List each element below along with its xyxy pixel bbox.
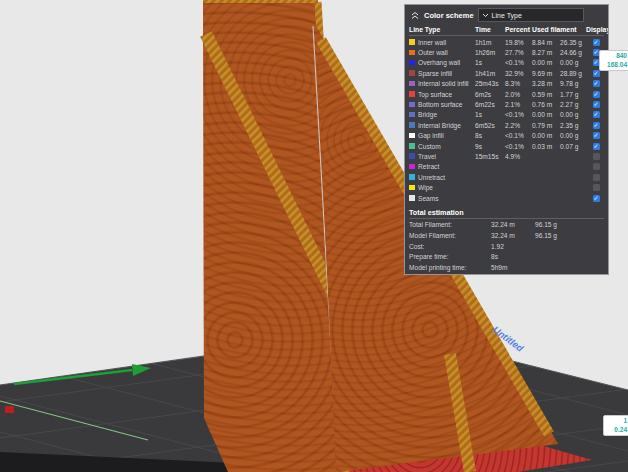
total-estimation-row: Total time: 5h9m xyxy=(409,273,604,275)
line-type-row[interactable]: Seams ✓ xyxy=(409,193,604,203)
origin-marker xyxy=(5,406,14,413)
display-checkbox[interactable]: ✓ xyxy=(593,111,600,118)
display-checkbox[interactable]: ✓ xyxy=(593,132,600,139)
line-type-row[interactable]: Wipe ✓ xyxy=(409,182,604,192)
line-type-row[interactable]: Retract ✓ xyxy=(409,162,604,172)
line-type-used-g: 0.00 g xyxy=(560,132,586,139)
table-header: Line Type Time Percent Used filament Dis… xyxy=(409,23,604,36)
display-checkbox[interactable]: ✓ xyxy=(593,174,600,181)
line-type-label: Internal Bridge xyxy=(418,122,475,129)
display-checkbox[interactable]: ✓ xyxy=(593,184,600,191)
total-estimation-row: Model printing time: 5h9m xyxy=(409,263,604,273)
display-checkbox[interactable]: ✓ xyxy=(593,143,600,150)
line-type-swatch xyxy=(409,122,415,128)
color-scheme-panel: Color scheme Line Type Line Type Time Pe… xyxy=(404,4,609,275)
panel-header: Color scheme Line Type xyxy=(409,7,604,23)
line-type-used-m: 8.27 m xyxy=(532,49,560,56)
total-value-1: 8s xyxy=(491,253,535,260)
line-type-label: Gap infill xyxy=(418,132,475,139)
top-layer-number: 840 xyxy=(603,52,627,61)
line-type-time: 6m22s xyxy=(475,101,505,108)
line-type-row[interactable]: Inner wall 1h1m 19.8% 8.84 m 26.35 g ✓ xyxy=(409,37,604,47)
total-value-1: 32.24 m xyxy=(491,232,535,239)
slicer-preview-window: Untitled Color scheme Line Type Line Typ… xyxy=(0,0,628,472)
line-type-used-m: 9.69 m xyxy=(532,70,560,77)
line-type-time: 6m2s xyxy=(475,91,505,98)
display-checkbox[interactable]: ✓ xyxy=(593,163,600,170)
model-wall-top-edge xyxy=(203,0,318,3)
display-checkbox[interactable]: ✓ xyxy=(593,91,600,98)
line-type-percent: <0.1% xyxy=(505,111,532,118)
line-type-swatch xyxy=(409,39,415,45)
line-type-row[interactable]: Custom 9s <0.1% 0.03 m 0.07 g ✓ xyxy=(409,141,604,151)
line-type-label: Bridge xyxy=(418,111,475,118)
line-type-time: 9s xyxy=(475,143,505,150)
total-label: Prepare time: xyxy=(409,253,491,260)
line-type-label: Unretract xyxy=(418,174,475,181)
line-type-label: Sparse infill xyxy=(418,70,475,77)
line-type-swatch xyxy=(409,91,415,97)
line-type-swatch xyxy=(409,112,415,118)
line-type-label: Outer wall xyxy=(418,49,475,56)
line-type-used-m: 0.00 m xyxy=(532,132,560,139)
line-type-swatch xyxy=(409,185,415,191)
line-type-swatch xyxy=(409,50,415,56)
line-type-swatch xyxy=(409,153,415,159)
top-layer-height: 168.04 xyxy=(603,61,627,70)
line-type-time: 15m15s xyxy=(475,153,505,160)
total-estimation-title: Total estimation xyxy=(409,206,604,219)
line-type-row[interactable]: Overhang wall 1s <0.1% 0.00 m 0.00 g ✓ xyxy=(409,58,604,68)
collapse-panel-icon[interactable] xyxy=(409,10,420,21)
display-checkbox[interactable]: ✓ xyxy=(593,195,600,202)
line-type-label: Top surface xyxy=(418,91,475,98)
line-type-row[interactable]: Travel 15m15s 4.9% ✓ xyxy=(409,151,604,161)
line-type-row[interactable]: Internal Bridge 6m52s 2.2% 0.79 m 2.35 g… xyxy=(409,120,604,130)
display-checkbox[interactable]: ✓ xyxy=(593,70,600,77)
line-type-used-g: 2.35 g xyxy=(560,122,586,129)
line-type-label: Overhang wall xyxy=(418,59,475,66)
total-estimation-row: Cost: 1.92 xyxy=(409,241,604,251)
line-type-swatch xyxy=(409,195,415,201)
line-type-row[interactable]: Internal solid infill 25m43s 8.3% 3.28 m… xyxy=(409,79,604,89)
total-value-1: 1.92 xyxy=(491,243,535,250)
line-type-swatch xyxy=(409,70,415,76)
line-type-time: 6m52s xyxy=(475,122,505,129)
line-type-used-g: 1.77 g xyxy=(560,91,586,98)
line-type-label: Travel xyxy=(418,153,475,160)
line-type-percent: <0.1% xyxy=(505,143,532,150)
total-value-1: 5h9m xyxy=(491,264,535,271)
line-type-swatch xyxy=(409,60,415,66)
line-type-row[interactable]: Unretract ✓ xyxy=(409,172,604,182)
bottom-layer-height: 0.24 xyxy=(607,426,627,435)
line-type-swatch xyxy=(409,174,415,180)
display-checkbox[interactable]: ✓ xyxy=(593,101,600,108)
total-estimation-row: Prepare time: 8s xyxy=(409,252,604,262)
line-type-time: 8s xyxy=(475,132,505,139)
total-label: Model printing time: xyxy=(409,264,491,271)
line-type-row[interactable]: Outer wall 1h26m 27.7% 8.27 m 24.66 g ✓ xyxy=(409,47,604,57)
color-scheme-dropdown[interactable]: Line Type xyxy=(478,8,584,22)
line-type-used-m: 0.79 m xyxy=(532,122,560,129)
line-type-label: Bottom surface xyxy=(418,101,475,108)
total-estimation-table: Total Filament: 32.24 m 96.15 g Model Fi… xyxy=(409,220,604,275)
total-estimation-row: Model Filament: 32.24 m 96.15 g xyxy=(409,230,604,240)
line-type-row[interactable]: Gap infill 8s <0.1% 0.00 m 0.00 g ✓ xyxy=(409,131,604,141)
col-display: Display xyxy=(586,26,606,33)
line-type-used-m: 3.28 m xyxy=(532,80,560,87)
display-checkbox[interactable]: ✓ xyxy=(593,80,600,87)
line-type-row[interactable]: Bottom surface 6m22s 2.1% 0.76 m 2.27 g … xyxy=(409,99,604,109)
line-type-row[interactable]: Top surface 6m2s 2.0% 0.59 m 1.77 g ✓ xyxy=(409,89,604,99)
dropdown-value: Line Type xyxy=(492,12,522,19)
line-type-row[interactable]: Bridge 1s <0.1% 0.00 m 0.00 g ✓ xyxy=(409,110,604,120)
display-checkbox[interactable]: ✓ xyxy=(593,39,600,46)
line-type-swatch xyxy=(409,143,415,149)
line-type-label: Wipe xyxy=(418,184,475,191)
line-type-label: Retract xyxy=(418,163,475,170)
line-type-row[interactable]: Sparse infill 1h41m 32.9% 9.69 m 28.89 g… xyxy=(409,68,604,78)
line-type-swatch xyxy=(409,133,415,139)
display-checkbox[interactable]: ✓ xyxy=(593,153,600,160)
display-checkbox[interactable]: ✓ xyxy=(593,122,600,129)
line-type-used-m: 0.59 m xyxy=(532,91,560,98)
line-type-percent: 32.9% xyxy=(505,70,532,77)
line-type-time: 25m43s xyxy=(475,80,505,87)
